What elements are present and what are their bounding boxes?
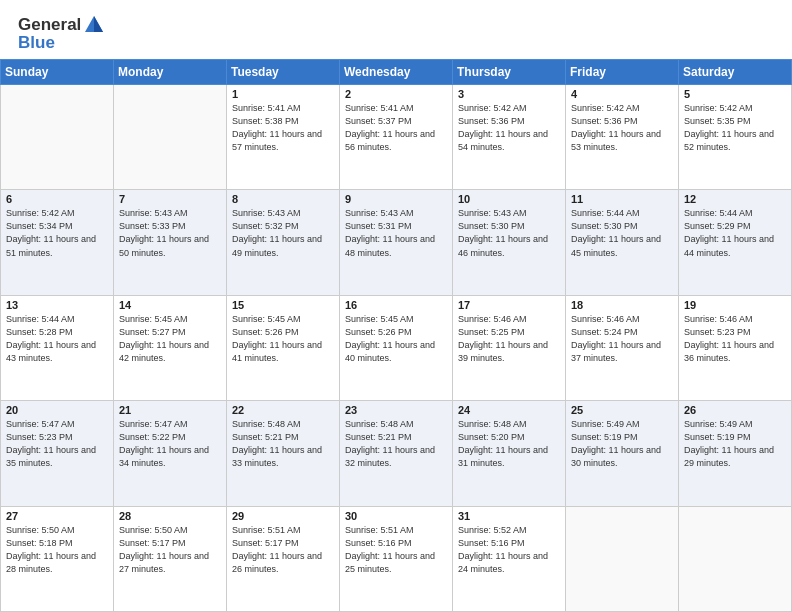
calendar-cell: 14Sunrise: 5:45 AM Sunset: 5:27 PM Dayli… xyxy=(114,295,227,400)
day-info: Sunrise: 5:42 AM Sunset: 5:36 PM Dayligh… xyxy=(571,102,673,154)
calendar-table: SundayMondayTuesdayWednesdayThursdayFrid… xyxy=(0,59,792,612)
week-row-3: 13Sunrise: 5:44 AM Sunset: 5:28 PM Dayli… xyxy=(1,295,792,400)
calendar-cell: 9Sunrise: 5:43 AM Sunset: 5:31 PM Daylig… xyxy=(340,190,453,295)
day-info: Sunrise: 5:47 AM Sunset: 5:23 PM Dayligh… xyxy=(6,418,108,470)
calendar-cell: 4Sunrise: 5:42 AM Sunset: 5:36 PM Daylig… xyxy=(566,85,679,190)
calendar-cell: 6Sunrise: 5:42 AM Sunset: 5:34 PM Daylig… xyxy=(1,190,114,295)
calendar-cell xyxy=(679,506,792,611)
day-info: Sunrise: 5:51 AM Sunset: 5:16 PM Dayligh… xyxy=(345,524,447,576)
day-number: 1 xyxy=(232,88,334,100)
logo-text: General Blue xyxy=(18,14,105,53)
calendar-cell: 21Sunrise: 5:47 AM Sunset: 5:22 PM Dayli… xyxy=(114,401,227,506)
day-number: 29 xyxy=(232,510,334,522)
week-row-1: 1Sunrise: 5:41 AM Sunset: 5:38 PM Daylig… xyxy=(1,85,792,190)
calendar-cell: 29Sunrise: 5:51 AM Sunset: 5:17 PM Dayli… xyxy=(227,506,340,611)
day-info: Sunrise: 5:41 AM Sunset: 5:37 PM Dayligh… xyxy=(345,102,447,154)
calendar-cell: 1Sunrise: 5:41 AM Sunset: 5:38 PM Daylig… xyxy=(227,85,340,190)
day-info: Sunrise: 5:44 AM Sunset: 5:30 PM Dayligh… xyxy=(571,207,673,259)
calendar-cell: 12Sunrise: 5:44 AM Sunset: 5:29 PM Dayli… xyxy=(679,190,792,295)
calendar-cell xyxy=(1,85,114,190)
day-number: 15 xyxy=(232,299,334,311)
page: General Blue SundayMondayTuesdayWednesda… xyxy=(0,0,792,612)
weekday-header-tuesday: Tuesday xyxy=(227,60,340,85)
day-info: Sunrise: 5:42 AM Sunset: 5:36 PM Dayligh… xyxy=(458,102,560,154)
calendar-cell: 30Sunrise: 5:51 AM Sunset: 5:16 PM Dayli… xyxy=(340,506,453,611)
day-number: 22 xyxy=(232,404,334,416)
day-info: Sunrise: 5:45 AM Sunset: 5:26 PM Dayligh… xyxy=(232,313,334,365)
day-info: Sunrise: 5:43 AM Sunset: 5:32 PM Dayligh… xyxy=(232,207,334,259)
day-number: 4 xyxy=(571,88,673,100)
day-number: 13 xyxy=(6,299,108,311)
logo-blue: Blue xyxy=(18,33,105,53)
calendar-cell xyxy=(114,85,227,190)
calendar-cell xyxy=(566,506,679,611)
day-info: Sunrise: 5:48 AM Sunset: 5:21 PM Dayligh… xyxy=(345,418,447,470)
day-number: 17 xyxy=(458,299,560,311)
day-number: 6 xyxy=(6,193,108,205)
calendar-cell: 28Sunrise: 5:50 AM Sunset: 5:17 PM Dayli… xyxy=(114,506,227,611)
day-info: Sunrise: 5:46 AM Sunset: 5:23 PM Dayligh… xyxy=(684,313,786,365)
weekday-header-monday: Monday xyxy=(114,60,227,85)
day-info: Sunrise: 5:43 AM Sunset: 5:31 PM Dayligh… xyxy=(345,207,447,259)
day-info: Sunrise: 5:41 AM Sunset: 5:38 PM Dayligh… xyxy=(232,102,334,154)
calendar-cell: 13Sunrise: 5:44 AM Sunset: 5:28 PM Dayli… xyxy=(1,295,114,400)
day-number: 7 xyxy=(119,193,221,205)
day-number: 16 xyxy=(345,299,447,311)
weekday-header-thursday: Thursday xyxy=(453,60,566,85)
day-number: 14 xyxy=(119,299,221,311)
day-info: Sunrise: 5:42 AM Sunset: 5:35 PM Dayligh… xyxy=(684,102,786,154)
day-number: 30 xyxy=(345,510,447,522)
calendar-cell: 22Sunrise: 5:48 AM Sunset: 5:21 PM Dayli… xyxy=(227,401,340,506)
calendar-cell: 17Sunrise: 5:46 AM Sunset: 5:25 PM Dayli… xyxy=(453,295,566,400)
calendar-cell: 11Sunrise: 5:44 AM Sunset: 5:30 PM Dayli… xyxy=(566,190,679,295)
day-info: Sunrise: 5:43 AM Sunset: 5:33 PM Dayligh… xyxy=(119,207,221,259)
day-info: Sunrise: 5:50 AM Sunset: 5:18 PM Dayligh… xyxy=(6,524,108,576)
day-info: Sunrise: 5:46 AM Sunset: 5:25 PM Dayligh… xyxy=(458,313,560,365)
day-number: 23 xyxy=(345,404,447,416)
day-info: Sunrise: 5:48 AM Sunset: 5:20 PM Dayligh… xyxy=(458,418,560,470)
logo: General Blue xyxy=(18,14,105,53)
day-number: 11 xyxy=(571,193,673,205)
week-row-5: 27Sunrise: 5:50 AM Sunset: 5:18 PM Dayli… xyxy=(1,506,792,611)
day-info: Sunrise: 5:42 AM Sunset: 5:34 PM Dayligh… xyxy=(6,207,108,259)
day-number: 8 xyxy=(232,193,334,205)
logo-general: General xyxy=(18,15,81,35)
calendar-cell: 8Sunrise: 5:43 AM Sunset: 5:32 PM Daylig… xyxy=(227,190,340,295)
day-number: 2 xyxy=(345,88,447,100)
day-number: 21 xyxy=(119,404,221,416)
calendar-cell: 10Sunrise: 5:43 AM Sunset: 5:30 PM Dayli… xyxy=(453,190,566,295)
day-info: Sunrise: 5:52 AM Sunset: 5:16 PM Dayligh… xyxy=(458,524,560,576)
day-number: 27 xyxy=(6,510,108,522)
day-number: 18 xyxy=(571,299,673,311)
logo-icon xyxy=(83,14,105,36)
calendar-cell: 31Sunrise: 5:52 AM Sunset: 5:16 PM Dayli… xyxy=(453,506,566,611)
weekday-header-wednesday: Wednesday xyxy=(340,60,453,85)
week-row-2: 6Sunrise: 5:42 AM Sunset: 5:34 PM Daylig… xyxy=(1,190,792,295)
calendar-cell: 26Sunrise: 5:49 AM Sunset: 5:19 PM Dayli… xyxy=(679,401,792,506)
svg-marker-1 xyxy=(94,16,103,32)
day-info: Sunrise: 5:44 AM Sunset: 5:28 PM Dayligh… xyxy=(6,313,108,365)
day-info: Sunrise: 5:45 AM Sunset: 5:26 PM Dayligh… xyxy=(345,313,447,365)
day-info: Sunrise: 5:47 AM Sunset: 5:22 PM Dayligh… xyxy=(119,418,221,470)
calendar-cell: 3Sunrise: 5:42 AM Sunset: 5:36 PM Daylig… xyxy=(453,85,566,190)
day-number: 9 xyxy=(345,193,447,205)
day-number: 10 xyxy=(458,193,560,205)
calendar-cell: 16Sunrise: 5:45 AM Sunset: 5:26 PM Dayli… xyxy=(340,295,453,400)
day-number: 19 xyxy=(684,299,786,311)
calendar-cell: 5Sunrise: 5:42 AM Sunset: 5:35 PM Daylig… xyxy=(679,85,792,190)
calendar-cell: 27Sunrise: 5:50 AM Sunset: 5:18 PM Dayli… xyxy=(1,506,114,611)
weekday-header-sunday: Sunday xyxy=(1,60,114,85)
weekday-header-friday: Friday xyxy=(566,60,679,85)
day-number: 5 xyxy=(684,88,786,100)
calendar-cell: 20Sunrise: 5:47 AM Sunset: 5:23 PM Dayli… xyxy=(1,401,114,506)
day-info: Sunrise: 5:50 AM Sunset: 5:17 PM Dayligh… xyxy=(119,524,221,576)
calendar-cell: 24Sunrise: 5:48 AM Sunset: 5:20 PM Dayli… xyxy=(453,401,566,506)
day-info: Sunrise: 5:45 AM Sunset: 5:27 PM Dayligh… xyxy=(119,313,221,365)
calendar-cell: 25Sunrise: 5:49 AM Sunset: 5:19 PM Dayli… xyxy=(566,401,679,506)
calendar-cell: 23Sunrise: 5:48 AM Sunset: 5:21 PM Dayli… xyxy=(340,401,453,506)
day-number: 12 xyxy=(684,193,786,205)
day-info: Sunrise: 5:46 AM Sunset: 5:24 PM Dayligh… xyxy=(571,313,673,365)
calendar-cell: 15Sunrise: 5:45 AM Sunset: 5:26 PM Dayli… xyxy=(227,295,340,400)
day-number: 24 xyxy=(458,404,560,416)
day-info: Sunrise: 5:43 AM Sunset: 5:30 PM Dayligh… xyxy=(458,207,560,259)
